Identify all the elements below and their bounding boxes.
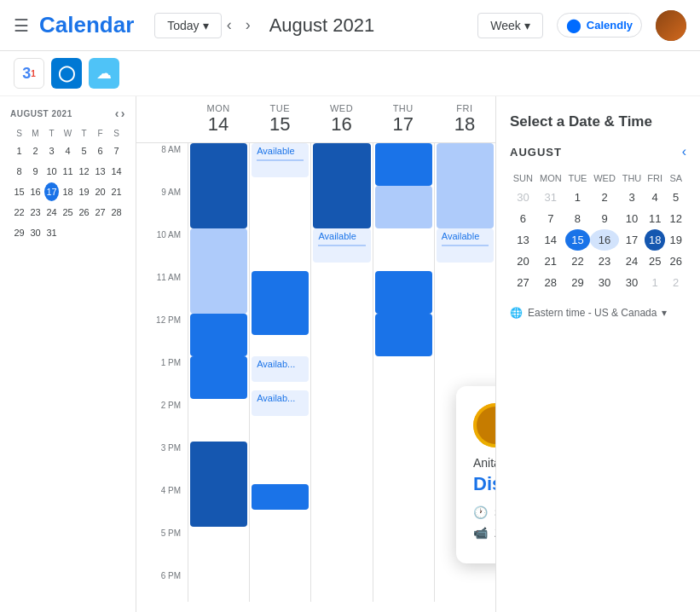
calendly-cal-day[interactable]: 28 xyxy=(536,272,565,293)
event-mon-2[interactable] xyxy=(190,228,247,314)
event-thu-4[interactable] xyxy=(375,314,432,356)
mini-cal-day[interactable]: 8 xyxy=(12,162,26,181)
mini-cal-day[interactable] xyxy=(61,223,75,242)
mini-cal-day[interactable]: 3 xyxy=(44,141,59,160)
today-button[interactable]: Today ▾ xyxy=(154,13,221,38)
mini-cal-day[interactable] xyxy=(109,223,124,242)
cloud-icon[interactable]: ☁ xyxy=(89,58,119,89)
google-calendar-icon[interactable]: 31 xyxy=(14,58,44,89)
calendly-cal-day[interactable]: 21 xyxy=(536,251,565,272)
mini-cal-day[interactable]: 13 xyxy=(93,162,107,181)
mini-cal-day[interactable]: 10 xyxy=(44,162,59,181)
calendly-prev-month[interactable]: ‹ xyxy=(682,144,686,159)
mini-cal-day[interactable]: 26 xyxy=(77,203,91,222)
mini-cal-prev[interactable]: ‹ xyxy=(115,107,119,120)
calendly-cal-day[interactable]: 15 xyxy=(565,229,590,251)
calendly-cal-day[interactable]: 24 xyxy=(619,251,645,272)
event-fri-1[interactable] xyxy=(437,143,494,228)
mini-cal-day[interactable]: 30 xyxy=(28,223,43,242)
mini-cal-day[interactable]: 11 xyxy=(61,162,75,181)
mini-cal-day[interactable]: 12 xyxy=(77,162,91,181)
calendly-cal-day[interactable]: 2 xyxy=(590,187,619,208)
mini-cal-day[interactable]: 31 xyxy=(44,223,59,242)
week-view-button[interactable]: Week ▾ xyxy=(477,13,543,38)
next-arrow[interactable]: › xyxy=(240,13,256,38)
mini-cal-day[interactable] xyxy=(77,223,91,242)
mini-cal-next[interactable]: › xyxy=(121,107,125,120)
calendly-cal-day[interactable]: 30 xyxy=(619,272,645,293)
mini-cal-day[interactable]: 18 xyxy=(61,182,75,201)
mini-cal-day[interactable]: 4 xyxy=(61,141,75,160)
calendly-cal-day[interactable]: 23 xyxy=(590,251,619,272)
calendly-cal-day[interactable]: 31 xyxy=(536,187,565,208)
calendly-cal-day[interactable]: 22 xyxy=(565,251,590,272)
event-wed-available[interactable]: Available xyxy=(313,228,370,263)
outlook-icon[interactable]: ◯ xyxy=(51,58,82,89)
menu-icon[interactable]: ☰ xyxy=(14,15,29,36)
mini-cal-day[interactable]: 27 xyxy=(93,203,107,222)
calendly-cal-day[interactable]: 26 xyxy=(665,251,686,272)
calendly-cal-day[interactable]: 25 xyxy=(645,251,665,272)
calendly-cal-day[interactable]: 18 xyxy=(645,229,665,251)
mini-cal-day[interactable]: 19 xyxy=(77,182,91,201)
event-mon-4[interactable] xyxy=(190,356,247,399)
calendly-cal-day[interactable]: 1 xyxy=(645,272,665,293)
event-mon-3[interactable] xyxy=(190,314,247,356)
event-tue-available-3[interactable]: Availab... xyxy=(252,390,309,416)
mini-cal-day[interactable]: 28 xyxy=(109,203,124,222)
calendly-cal-day[interactable]: 6 xyxy=(510,208,536,229)
event-thu-3[interactable] xyxy=(375,271,432,314)
calendly-cal-day[interactable]: 30 xyxy=(510,187,536,208)
calendly-cal-day[interactable]: 20 xyxy=(510,251,536,272)
mini-cal-day[interactable]: 22 xyxy=(12,203,26,222)
calendly-cal-day[interactable]: 12 xyxy=(665,208,686,229)
event-thu-1[interactable] xyxy=(375,143,432,186)
mini-cal-day[interactable]: 20 xyxy=(93,182,107,201)
mini-cal-day[interactable]: 17 xyxy=(44,182,59,201)
calendly-cal-day[interactable]: 9 xyxy=(590,208,619,229)
calendly-cal-day[interactable]: 19 xyxy=(665,229,686,251)
event-mon-5[interactable] xyxy=(190,442,247,527)
calendly-badge[interactable]: ⬤ Calendly xyxy=(557,13,642,38)
mini-cal-day[interactable] xyxy=(93,223,107,242)
mini-cal-day[interactable]: 1 xyxy=(12,141,26,160)
mini-cal-day[interactable]: 21 xyxy=(109,182,124,201)
mini-cal-day[interactable]: 6 xyxy=(93,141,107,160)
user-avatar[interactable] xyxy=(656,10,686,41)
event-fri-available[interactable]: Available xyxy=(437,228,494,263)
event-wed-1[interactable] xyxy=(313,143,370,228)
calendly-cal-day[interactable]: 11 xyxy=(645,208,665,229)
event-tue-available-2[interactable]: Availab... xyxy=(252,356,309,382)
calendly-cal-day[interactable]: 29 xyxy=(565,272,590,293)
calendly-cal-day[interactable]: 4 xyxy=(645,187,665,208)
mini-cal-day[interactable]: 23 xyxy=(28,203,43,222)
mini-cal-day[interactable]: 15 xyxy=(12,182,26,201)
overlay-event-title[interactable]: Discovery Call xyxy=(473,473,495,495)
calendly-cal-day[interactable]: 30 xyxy=(590,272,619,293)
mini-cal-day[interactable]: 9 xyxy=(28,162,43,181)
event-tue-1[interactable] xyxy=(252,271,309,335)
calendly-cal-day[interactable]: 1 xyxy=(565,187,590,208)
calendly-cal-day[interactable]: 17 xyxy=(619,229,645,251)
calendly-cal-day[interactable]: 7 xyxy=(536,208,565,229)
event-tue-available-1[interactable]: Available xyxy=(252,143,309,177)
timezone-selector[interactable]: Eastern time - US & Canada ▾ xyxy=(510,307,686,319)
event-tue-2[interactable] xyxy=(252,484,309,510)
calendly-cal-day[interactable]: 10 xyxy=(619,208,645,229)
calendly-cal-day[interactable]: 14 xyxy=(536,229,565,251)
calendly-cal-day[interactable]: 5 xyxy=(665,187,686,208)
calendly-cal-day[interactable]: 3 xyxy=(619,187,645,208)
mini-cal-day[interactable]: 29 xyxy=(12,223,26,242)
mini-cal-day[interactable]: 16 xyxy=(28,182,43,201)
event-thu-2[interactable] xyxy=(375,186,432,228)
calendly-cal-day[interactable]: 16 xyxy=(590,229,619,251)
mini-cal-day[interactable]: 14 xyxy=(109,162,124,181)
mini-cal-day[interactable]: 5 xyxy=(77,141,91,160)
mini-cal-day[interactable]: 7 xyxy=(109,141,124,160)
event-mon-1[interactable] xyxy=(190,143,247,228)
mini-cal-day[interactable]: 25 xyxy=(61,203,75,222)
calendly-cal-day[interactable]: 13 xyxy=(510,229,536,251)
prev-arrow[interactable]: ‹ xyxy=(222,13,237,38)
calendly-cal-day[interactable]: 27 xyxy=(510,272,536,293)
mini-cal-day[interactable]: 24 xyxy=(44,203,59,222)
